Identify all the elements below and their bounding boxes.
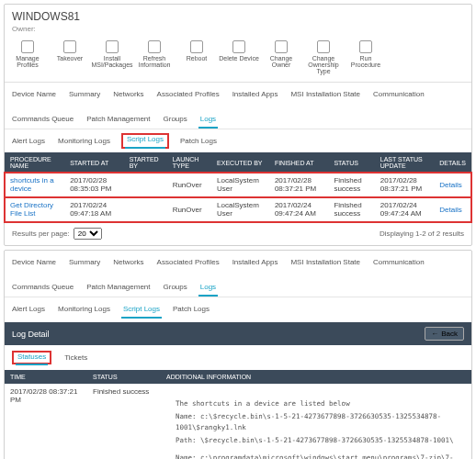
main-tabs-2: Device NameSummaryNetworksAssociated Pro… [5,251,471,297]
subtab-script-logs[interactable]: Script Logs [125,131,165,149]
tab-patch-logs[interactable]: Patch Logs [171,301,211,319]
tab-installed-apps[interactable]: Installed Apps [231,86,280,102]
col-finished-at: FINISHED AT [269,152,329,173]
tab-commands-queue[interactable]: Commands Queue [10,279,75,297]
tab-device-name[interactable]: Device Name [10,86,58,102]
action-toolbar: Manage ProfilesTakeoverInstall MSI/Packa… [5,35,471,83]
arrow-left-icon: ← [431,330,438,338]
takeover-icon [63,40,76,53]
procedure-link[interactable]: Get Directory File List [10,201,53,218]
refresh-info-icon [148,40,161,53]
log-line: Path: \$recycle.bin\s-1-5-21-4273677898-… [176,435,457,445]
log-subtabs-2: Alert LogsMonitoring LogsScript LogsPatc… [5,297,471,322]
subtab-monitoring-logs[interactable]: Monitoring Logs [56,133,112,149]
tab-groups[interactable]: Groups [162,279,189,297]
col-status: STATUS [328,152,374,173]
col-executed-by: EXECUTED BY [211,152,269,173]
tab-script-logs[interactable]: Script Logs [121,301,162,319]
procedure-link[interactable]: shortcuts in a device [10,176,54,193]
tab-networks[interactable]: Networks [111,86,145,102]
tab-summary[interactable]: Summary [67,86,102,102]
subtab-alert-logs[interactable]: Alert Logs [10,133,47,149]
change-ownership-type-icon [317,40,330,53]
tab-communication[interactable]: Communication [371,254,426,270]
manage-profiles-icon [21,40,34,53]
takeover[interactable]: Takeover [49,39,91,76]
tab-commands-queue[interactable]: Commands Queue [10,111,75,129]
tab-alert-logs[interactable]: Alert Logs [10,301,47,319]
tab-msi-installation-state[interactable]: MSI Installation State [289,254,362,270]
details-link[interactable]: Details [439,181,461,189]
main-tabs-1: Device NameSummaryNetworksAssociated Pro… [5,83,471,129]
col-started-at: STARTED AT [64,152,124,173]
tab-associated-profiles[interactable]: Associated Profiles [155,254,221,270]
minitab-statuses[interactable]: Statuses [16,350,48,365]
log-time: 2017/02/28 08:37:21 PM [5,384,87,459]
run-procedure[interactable]: Run Procedure [345,39,387,76]
tab-msi-installation-state[interactable]: MSI Installation State [289,86,362,102]
procedure-table: PROCEDURE NAMESTARTED ATSTARTED BYLAUNCH… [5,152,471,222]
log-detail-title: Log Detail [12,330,50,339]
log-line: Name: c:\programdata\microsoft\windows\s… [176,453,457,459]
col-procedure-name: PROCEDURE NAME [5,152,64,173]
reboot[interactable]: Reboot [176,39,218,76]
change-owner[interactable]: Change Owner [260,39,302,76]
tab-device-name[interactable]: Device Name [10,254,58,270]
tab-communication[interactable]: Communication [371,86,426,102]
col-status: STATUS [87,370,161,384]
tab-networks[interactable]: Networks [111,254,145,270]
tab-installed-apps[interactable]: Installed Apps [231,254,280,270]
subtab-patch-logs[interactable]: Patch Logs [178,133,219,149]
delete-device-icon [232,40,245,53]
run-procedure-icon [359,40,372,53]
install-msi[interactable]: Install MSI/Packages [91,39,133,76]
table-row: shortcuts in a device2017/02/28 08:35:03… [5,173,471,197]
change-owner-icon [275,40,288,53]
log-detail-table-1: TIME STATUS ADDITIONAL INFORMATION 2017/… [5,370,471,459]
refresh-info[interactable]: Refresh Information [133,39,176,76]
details-link[interactable]: Details [439,206,461,214]
col-time: TIME [5,370,87,384]
manage-profiles[interactable]: Manage Profiles [6,39,49,76]
col-info: ADDITIONAL INFORMATION [161,370,471,384]
tab-monitoring-logs[interactable]: Monitoring Logs [56,301,112,319]
owner-label: Owner: [12,25,464,33]
log-subtabs-1: Alert LogsMonitoring LogsScript LogsPatc… [5,129,471,152]
tab-logs[interactable]: Logs [198,111,218,129]
tab-associated-profiles[interactable]: Associated Profiles [155,86,221,102]
minitab-tickets[interactable]: Tickets [62,351,89,364]
tab-patch-management[interactable]: Patch Management [85,279,152,297]
tab-patch-management[interactable]: Patch Management [85,111,152,129]
tab-summary[interactable]: Summary [67,254,102,270]
col-details: DETAILS [434,152,471,173]
pager-select[interactable]: 20 [74,228,102,240]
col-launch-type: LAUNCH TYPE [167,152,211,173]
log-line: The shortcuts in a device are listed bel… [176,398,457,409]
reboot-icon [190,40,203,53]
log-line: Name: c:\$recycle.bin\s-1-5-21-427367789… [176,411,457,432]
tab-groups[interactable]: Groups [162,111,189,129]
install-msi-icon [106,40,119,53]
col-last-status-update: LAST STATUS UPDATE [375,152,435,173]
pager-label: Results per page: [12,230,70,238]
pager-info: Displaying 1-2 of 2 results [380,230,464,238]
delete-device[interactable]: Delete Device [218,39,260,76]
change-ownership-type[interactable]: Change Ownership Type [302,39,345,76]
log-status: Finished success [87,384,161,459]
device-title: WINDOWS81 [12,10,464,23]
col-started-by: STARTED BY [124,152,167,173]
back-button[interactable]: ←Back [425,327,464,341]
table-row: Get Directory File List2017/02/24 09:47:… [5,197,471,222]
tab-logs[interactable]: Logs [198,279,218,297]
